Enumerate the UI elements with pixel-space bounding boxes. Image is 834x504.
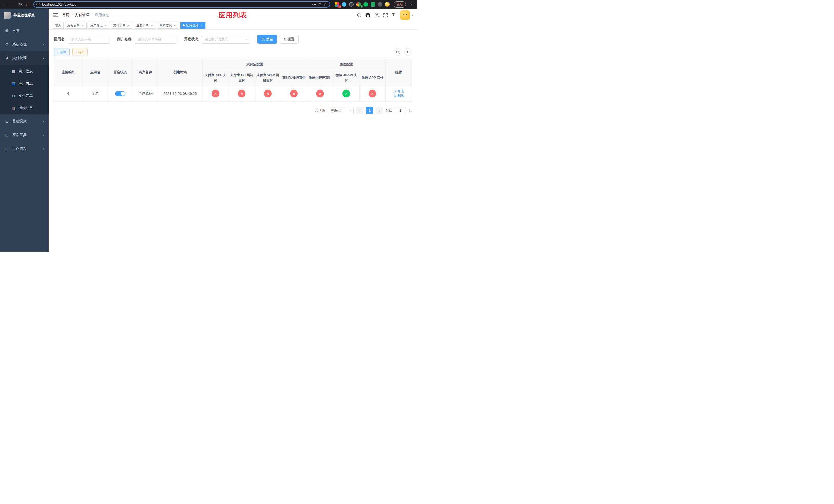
browser-back-icon[interactable]: ←	[3, 1, 9, 8]
goto-page-input[interactable]	[395, 107, 406, 114]
bookmark-star-icon[interactable]: ☆	[324, 2, 327, 6]
profile-avatar-icon[interactable]	[385, 2, 390, 7]
password-key-icon[interactable]	[312, 3, 316, 6]
search-icon[interactable]	[357, 13, 361, 18]
chevron-down-icon: ▾	[43, 134, 44, 136]
sidebar-item-workflow[interactable]: ⊟ 工作流程 ▾	[0, 142, 49, 156]
app-name-input[interactable]	[68, 35, 110, 44]
extension-icon-4[interactable]: 1	[356, 2, 361, 7]
github-icon[interactable]	[366, 13, 370, 18]
breadcrumb-separator: /	[91, 13, 93, 17]
tag-label: 流程表单	[67, 23, 80, 28]
tag-pay-orders[interactable]: 支付订单 ×	[111, 22, 133, 29]
tag-label: 退款订单	[136, 23, 149, 28]
merchant-name-input[interactable]	[135, 35, 177, 44]
url-text[interactable]: localhost:1024/pay/app	[42, 3, 310, 6]
status-toggle[interactable]	[115, 91, 126, 96]
current-page-button[interactable]: 1	[366, 107, 373, 114]
hamburger-icon[interactable]	[53, 13, 58, 18]
delete-link[interactable]: 删除	[393, 94, 404, 98]
extension-badge: 10	[338, 5, 341, 8]
address-bar[interactable]: i localhost:1024/pay/app ☆	[33, 1, 330, 8]
next-page-button[interactable]: ›	[376, 107, 383, 114]
chevron-down-icon: ▾	[43, 120, 44, 122]
reset-button[interactable]: ↻ 重置	[280, 35, 299, 44]
sidebar-item-label: 支付管理	[12, 56, 27, 61]
browser-home-icon[interactable]: ⌂	[24, 1, 31, 8]
export-button[interactable]: ↓ 导出	[72, 48, 88, 56]
toggle-search-button[interactable]	[394, 48, 402, 56]
sidebar-item-payment[interactable]: ¥ 支付管理 ▴	[0, 51, 49, 65]
extension-icon-7[interactable]	[378, 2, 382, 7]
toolbar-right: ↻	[394, 48, 412, 56]
sidebar-item-system[interactable]: ⚙ 系统管理 ▾	[0, 38, 49, 51]
browser-update-button[interactable]: 更新	[394, 1, 406, 8]
infrastructure-icon: ⊡	[5, 119, 9, 123]
close-icon[interactable]: ×	[127, 24, 131, 27]
breadcrumb-home[interactable]: 首页	[62, 13, 69, 18]
cell-status	[108, 86, 133, 101]
extension-icon-2[interactable]	[342, 2, 347, 7]
site-info-icon[interactable]: i	[37, 3, 40, 6]
browser-reload-icon[interactable]: ↻	[17, 1, 24, 8]
tag-home[interactable]: 首页	[53, 22, 64, 29]
search-button[interactable]: 搜索	[258, 35, 277, 44]
pagination: 共 1 条 10条/页 ▾ ‹ 1 › 前往 页	[54, 107, 412, 114]
reset-button-label: 重置	[288, 37, 294, 42]
dev-tools-icon: ⊞	[5, 133, 9, 137]
tag-refund-orders[interactable]: 退款订单 ×	[134, 22, 156, 29]
col-header-alipay-app: 支付宝 APP 支付	[202, 70, 228, 86]
tag-label: 支付订单	[113, 23, 126, 28]
font-size-icon[interactable]: T	[392, 13, 395, 18]
user-menu[interactable]: ▾	[400, 10, 413, 20]
cell-wx-lite: ×	[307, 86, 333, 101]
search-form: 应用名 商户名称 开启状态 请选择开启状态 ▾	[54, 35, 412, 48]
close-icon[interactable]: ×	[199, 24, 203, 27]
extension-icon-3[interactable]	[349, 2, 354, 7]
tag-label: 用户分组	[90, 23, 103, 28]
sidebar-item-app-info[interactable]: ▦ 应用信息	[0, 77, 49, 90]
browser-menu-icon[interactable]: ⋮	[408, 2, 414, 7]
sidebar-item-infrastructure[interactable]: ⊡ 基础设施 ▾	[0, 114, 49, 128]
col-header-status: 开启状态	[108, 59, 133, 86]
col-header-alipay-wap: 支付宝 WAP 网站支付	[255, 70, 281, 86]
table-row: 6 芋道 芋道源码 2021-10-23 08:49:25 × × × × × …	[54, 86, 412, 101]
col-header-merchant: 商户名称	[133, 59, 158, 86]
alipay-app-status-icon: ×	[212, 90, 219, 97]
fullscreen-icon[interactable]	[383, 13, 388, 18]
browser-forward-icon[interactable]: →	[10, 1, 16, 8]
sidebar-item-refund-orders[interactable]: ▥ 退款订单	[0, 102, 49, 114]
sidebar-item-pay-orders[interactable]: ⊙ 支付订单	[0, 90, 49, 102]
edit-link[interactable]: 修改	[393, 89, 404, 94]
close-icon[interactable]: ×	[173, 24, 177, 27]
close-icon[interactable]: ×	[150, 24, 154, 27]
sidebar: 芋道管理系统 ◉ 首页 ⚙ 系统管理 ▾ ¥ 支付管理 ▴ ▤ 商户信息	[0, 9, 49, 252]
logo-avatar	[4, 12, 11, 19]
form-item-merchant: 商户名称	[117, 35, 177, 44]
merchant-card-icon: ▤	[11, 69, 16, 74]
chevron-down-icon: ▾	[43, 43, 44, 46]
close-icon[interactable]: ×	[104, 24, 107, 27]
tag-merchant-info[interactable]: 商户信息 ×	[157, 22, 179, 29]
tag-user-group[interactable]: 用户分组 ×	[88, 22, 110, 29]
add-button[interactable]: + 新增	[54, 48, 70, 56]
sidebar-item-home[interactable]: ◉ 首页	[0, 24, 49, 38]
sidebar-item-label: 研发工具	[12, 133, 27, 137]
sidebar-item-merchant-info[interactable]: ▤ 商户信息	[0, 65, 49, 77]
help-icon[interactable]: ?	[375, 13, 379, 18]
refresh-table-button[interactable]: ↻	[404, 48, 412, 56]
sidebar-item-dev-tools[interactable]: ⊞ 研发工具 ▾	[0, 128, 49, 142]
close-icon[interactable]: ×	[81, 24, 84, 27]
extension-icon-6[interactable]	[371, 2, 375, 7]
tag-process-form[interactable]: 流程表单 ×	[65, 22, 87, 29]
page-size-value: 10条/页	[330, 108, 342, 113]
extension-icon-1[interactable]: 10	[335, 2, 339, 7]
tag-app-info[interactable]: 应用信息 ×	[180, 22, 205, 29]
page-size-select[interactable]: 10条/页 ▾	[328, 107, 354, 114]
app-grid-icon: ▦	[11, 81, 16, 86]
extension-icon-5[interactable]	[364, 2, 368, 7]
app-logo[interactable]: 芋道管理系统	[0, 9, 49, 22]
status-select[interactable]: 请选择开启状态 ▾	[202, 35, 250, 44]
share-icon[interactable]	[318, 3, 322, 6]
prev-page-button[interactable]: ‹	[356, 107, 364, 114]
